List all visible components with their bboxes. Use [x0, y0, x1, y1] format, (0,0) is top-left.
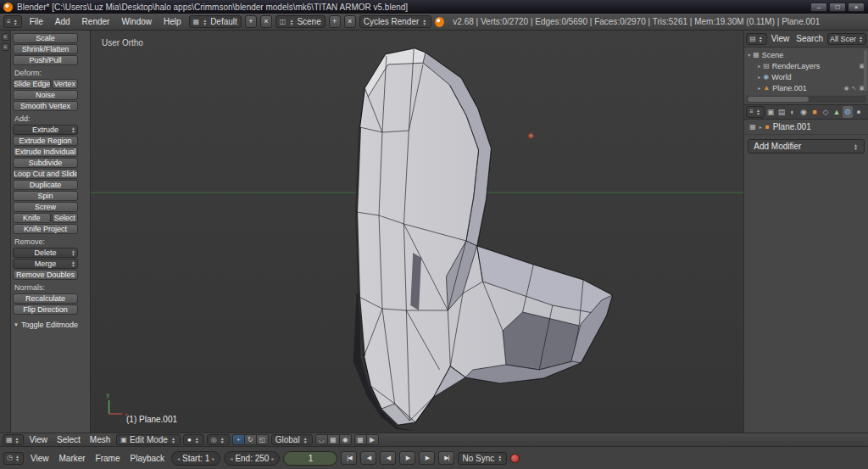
minimize-button[interactable]: – [810, 3, 827, 12]
tool-flip-direction-button[interactable]: Flip Direction [13, 304, 78, 315]
snap-magnet-button[interactable]: ◡ [315, 434, 328, 445]
3d-viewport-canvas[interactable]: y x [91, 31, 743, 433]
mode-selector[interactable]: ▣ Edit Mode [116, 434, 181, 445]
jump-to-end-button[interactable]: ▶| [438, 451, 454, 465]
expand-panel-icon[interactable]: + [2, 33, 9, 41]
tool-extrude-individual-button[interactable]: Extrude Individual [13, 147, 78, 157]
outliner-horizontal-scrollbar[interactable] [746, 96, 866, 103]
view3d-menu-mesh[interactable]: Mesh [86, 435, 114, 444]
snap-element-button[interactable]: ▦ [327, 434, 340, 445]
tab-world[interactable]: ◉ [798, 106, 809, 118]
snap-target-button[interactable]: ◉ [339, 434, 352, 445]
tool-knife-select-button[interactable]: Select [52, 213, 78, 223]
increment-arrow-icon[interactable]: ▸ [271, 455, 274, 461]
next-keyframe-button[interactable]: ▶ [419, 451, 435, 465]
tab-scene[interactable]: ◐ [787, 106, 798, 118]
expand-panel-icon[interactable]: + [2, 43, 9, 51]
tool-subdivide-button[interactable]: Subdivide [13, 158, 78, 168]
view3d-editor-type-button[interactable]: ▦ [3, 434, 24, 445]
opengl-render-anim-button[interactable]: ▶ [366, 434, 379, 445]
previous-keyframe-button[interactable]: ◀ [360, 451, 376, 465]
jump-to-start-button[interactable]: |◀ [341, 451, 357, 465]
tab-object-data[interactable]: ▲ [832, 106, 842, 118]
visibility-eye-icon[interactable]: ◉ [843, 85, 849, 92]
view3d-menu-select[interactable]: Select [53, 435, 84, 444]
tool-smooth-vertex-button[interactable]: Smooth Vertex [13, 101, 78, 111]
toggle-editmode-panel-header[interactable]: ▼ Toggle Editmode [14, 319, 90, 330]
selectability-icon[interactable]: ↖ [852, 85, 857, 92]
timeline-menu-frame[interactable]: Frame [92, 454, 124, 463]
tool-remove-doubles-button[interactable]: Remove Doubles [13, 270, 78, 280]
timeline-menu-marker[interactable]: Marker [55, 454, 88, 463]
tool-recalculate-button[interactable]: Recalculate [13, 293, 78, 304]
outliner-display-mode-selector[interactable]: All Scenes [827, 33, 866, 45]
menu-add[interactable]: Add [51, 17, 75, 26]
outliner-menu-search[interactable]: Search [793, 34, 826, 43]
maximize-button[interactable]: □ [829, 3, 846, 12]
tool-delete-menu[interactable]: Delete [13, 248, 78, 258]
tool-merge-menu[interactable]: Merge [13, 259, 78, 269]
tab-render[interactable]: ▣ [765, 106, 776, 118]
view3d-menu-view[interactable]: View [26, 435, 52, 444]
tool-extrude-menu[interactable]: Extrude [13, 125, 78, 135]
manipulator-translate-button[interactable]: + [232, 434, 245, 445]
unlink-layout-button[interactable]: × [260, 15, 272, 28]
add-scene-button[interactable]: + [329, 15, 341, 28]
timeline-menu-playback[interactable]: Playback [127, 454, 169, 463]
tool-scale-button[interactable]: Scale [13, 33, 78, 43]
increment-arrow-icon[interactable]: ▸ [212, 455, 214, 461]
tool-knife-project-button[interactable]: Knife Project [13, 224, 78, 234]
play-reverse-button[interactable]: ◀ [380, 451, 396, 465]
properties-editor-type-button[interactable]: ≡ [746, 106, 765, 118]
manipulator-scale-button[interactable]: ◱ [256, 434, 269, 445]
tab-material[interactable]: ● [854, 106, 864, 118]
decrement-arrow-icon[interactable]: ◂ [177, 455, 180, 461]
render-engine-selector[interactable]: Cycles Render [359, 15, 432, 28]
opengl-render-button[interactable]: ▦ [354, 434, 367, 445]
tab-object[interactable]: ■ [810, 106, 820, 118]
close-button[interactable]: × [848, 3, 865, 12]
add-layout-button[interactable]: + [245, 15, 257, 28]
tool-push-pull-button[interactable]: Push/Pull [13, 55, 78, 65]
timeline-menu-view[interactable]: View [27, 454, 53, 463]
tool-noise-button[interactable]: Noise [13, 90, 78, 100]
scene-selector[interactable]: ◫ Scene [275, 15, 326, 28]
viewport-shading-selector[interactable]: ● [183, 434, 204, 445]
menu-window[interactable]: Window [117, 17, 156, 26]
tool-duplicate-button[interactable]: Duplicate [13, 180, 78, 190]
tool-spin-button[interactable]: Spin [13, 191, 78, 201]
decrement-arrow-icon[interactable]: ◂ [230, 455, 232, 461]
menu-file[interactable]: File [25, 17, 47, 26]
outliner-item-scene[interactable]: ▾ ▦ Scene [744, 49, 868, 60]
tool-shrink-flatten-button[interactable]: Shrink/Flatten [13, 44, 78, 54]
outliner-item-plane001[interactable]: ▸ ▲ Plane.001 ◉ ↖ ▣ [744, 82, 868, 93]
screen-layout-selector[interactable]: ▦ Default [189, 15, 242, 28]
tool-vertex-slide-button[interactable]: Vertex [52, 79, 78, 89]
outliner-item-world[interactable]: ▸ ◉ World [744, 71, 868, 82]
unlink-scene-button[interactable]: × [344, 15, 356, 28]
tool-knife-button[interactable]: Knife [13, 213, 51, 223]
editor-type-button[interactable]: ≡ [3, 15, 22, 28]
frame-start-field[interactable]: ◂ Start: 1 ▸ [171, 451, 220, 466]
menu-help[interactable]: Help [159, 17, 186, 26]
play-button[interactable]: ▶ [399, 451, 415, 465]
3d-viewport[interactable]: y x User Ortho (1) Plane.001 [91, 31, 743, 433]
tree-expand-icon[interactable]: ▸ [758, 86, 760, 91]
current-frame-field[interactable]: 1 [283, 451, 337, 466]
tool-screw-button[interactable]: Screw [13, 202, 78, 212]
add-modifier-button[interactable]: Add Modifier [748, 139, 865, 154]
tree-expand-icon[interactable]: ▸ [758, 75, 760, 80]
manipulator-rotate-button[interactable]: ↻ [244, 434, 257, 445]
timeline-editor-type-button[interactable]: ◷ [3, 452, 24, 465]
sync-mode-selector[interactable]: No Sync [458, 452, 507, 465]
tool-loop-cut-button[interactable]: Loop Cut and Slide [13, 169, 78, 179]
outliner-menu-view[interactable]: View [769, 34, 793, 43]
outliner-editor-type-button[interactable]: ▤ [746, 33, 767, 45]
outliner-item-renderlayers[interactable]: ▸ ▤ RenderLayers ▣ [744, 60, 868, 71]
tool-extrude-region-button[interactable]: Extrude Region [13, 136, 78, 146]
tool-slide-edge-button[interactable]: Slide Edge [13, 79, 51, 89]
menu-render[interactable]: Render [78, 17, 114, 26]
tab-modifiers[interactable]: ⚙ [843, 106, 853, 118]
pivot-point-selector[interactable]: ◎ [207, 434, 230, 445]
record-button[interactable] [510, 454, 520, 463]
